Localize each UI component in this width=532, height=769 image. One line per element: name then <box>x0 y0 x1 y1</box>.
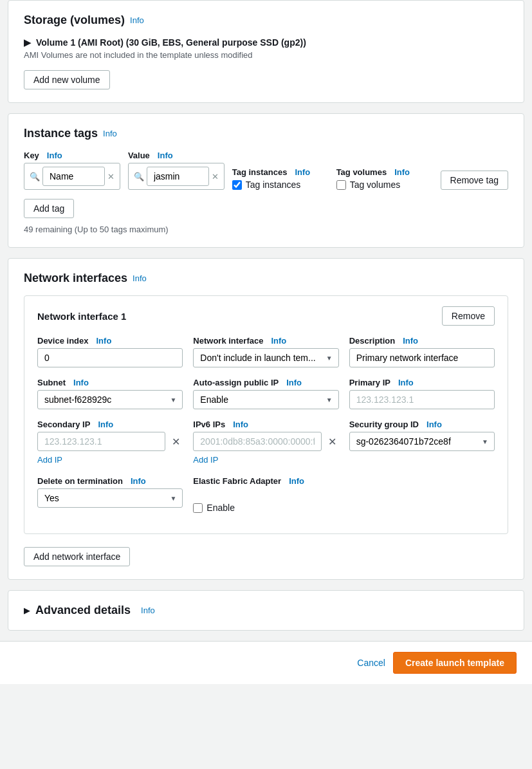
advanced-details-title: Advanced details <box>35 604 131 617</box>
volume-label: Volume 1 (AMI Root) (30 GiB, EBS, Genera… <box>36 37 306 48</box>
ipv6-ips-input-row: ✕ <box>193 432 338 451</box>
storage-section: Storage (volumes) Info ▶ Volume 1 (AMI R… <box>8 0 524 103</box>
advanced-details-row[interactable]: ▶ Advanced details Info <box>24 604 508 617</box>
cancel-button[interactable]: Cancel <box>357 658 385 668</box>
network-interface-select[interactable]: Don't include in launch tem... <box>193 348 338 367</box>
elastic-fabric-adapter-checkbox[interactable] <box>193 503 203 513</box>
volumes-checkbox[interactable] <box>336 180 346 190</box>
add-tag-button[interactable]: Add tag <box>24 199 74 218</box>
create-launch-template-button[interactable]: Create launch template <box>393 652 517 674</box>
delete-on-termination-select[interactable]: Yes <box>37 488 183 508</box>
storage-title: Storage (volumes) <box>24 14 125 27</box>
storage-info-link[interactable]: Info <box>130 15 144 25</box>
value-input-wrapper: 🔍 ✕ <box>128 163 225 190</box>
tag-volumes-info-link[interactable]: Info <box>394 167 410 177</box>
value-input[interactable] <box>147 167 209 186</box>
secondary-ip-input-row: ✕ <box>37 432 183 451</box>
volume-subtitle: AMI Volumes are not included in the temp… <box>24 50 508 60</box>
security-group-id-select-wrapper: sg-0262364071b72ce8f <box>349 432 495 451</box>
add-network-interface-button[interactable]: Add network interface <box>24 547 130 566</box>
auto-assign-ip-label: Auto-assign public IP <box>193 378 279 387</box>
delete-on-termination-info-link[interactable]: Info <box>131 476 146 486</box>
elastic-enable-row: Enable <box>193 503 495 513</box>
auto-assign-ip-info-link[interactable]: Info <box>286 378 302 387</box>
ipv6-ips-info-link[interactable]: Info <box>233 420 248 429</box>
device-index-label: Device index <box>37 336 89 346</box>
subnet-field: Subnet Info subnet-f628929c <box>37 378 183 409</box>
secondary-ip-label: Secondary IP <box>37 420 90 429</box>
description-info-link[interactable]: Info <box>403 336 418 346</box>
auto-assign-ip-select[interactable]: Enable <box>193 390 338 409</box>
instance-tags-title: Instance tags <box>24 127 98 140</box>
value-clear-icon[interactable]: ✕ <box>212 172 219 181</box>
network-interface-info-link[interactable]: Info <box>271 336 286 346</box>
network-interface-field: Network interface Info Don't include in … <box>193 336 338 367</box>
key-input[interactable] <box>42 167 105 186</box>
tag-volumes-field: Tag volumes Info Tag volumes <box>336 167 433 190</box>
security-group-id-label: Security group ID <box>349 420 419 429</box>
network-row-3: Secondary IP Info ✕ Add IP IPv6 IPs Info… <box>37 420 495 466</box>
primary-ip-info-link[interactable]: Info <box>398 378 414 387</box>
description-label: Description <box>349 336 396 346</box>
footer: Cancel Create launch template <box>0 641 532 684</box>
key-label: Key <box>24 151 39 160</box>
remaining-text: 49 remaining (Up to 50 tags maximum) <box>24 225 508 234</box>
subnet-label: Subnet <box>37 378 66 387</box>
network-row-1: Device index Info Network interface Info… <box>37 336 495 367</box>
advanced-details-expand-icon: ▶ <box>24 606 30 615</box>
key-info-link[interactable]: Info <box>47 151 62 160</box>
network-interfaces-section: Network interfaces Info Network interfac… <box>8 258 524 580</box>
device-index-info-link[interactable]: Info <box>96 336 112 346</box>
add-secondary-ip-button[interactable]: Add IP <box>37 454 62 466</box>
tags-grid: Key Info 🔍 ✕ Value Info 🔍 ✕ Tag instan <box>24 151 508 190</box>
advanced-details-info-link[interactable]: Info <box>141 606 155 615</box>
subnet-select-wrapper: subnet-f628929c <box>37 390 183 409</box>
tag-instances-field: Tag instances Info Tag instances <box>232 167 329 190</box>
auto-assign-ip-select-wrapper: Enable <box>193 390 338 409</box>
volume-expand-icon[interactable]: ▶ <box>24 37 31 48</box>
primary-ip-input[interactable] <box>349 390 495 409</box>
key-input-wrapper: 🔍 ✕ <box>24 163 120 190</box>
tag-instances-checkbox-row: Tag instances <box>232 180 329 190</box>
ipv6-ips-clear-button[interactable]: ✕ <box>326 434 339 449</box>
network-interfaces-info-link[interactable]: Info <box>133 273 147 283</box>
key-clear-icon[interactable]: ✕ <box>107 172 115 181</box>
subnet-select[interactable]: subnet-f628929c <box>37 390 183 409</box>
secondary-ip-input[interactable] <box>37 432 165 451</box>
security-group-id-select[interactable]: sg-0262364071b72ce8f <box>349 432 495 451</box>
add-new-volume-button[interactable]: Add new volume <box>24 70 110 89</box>
instances-checkbox-item: Tag instances <box>232 180 329 190</box>
network-row-2: Subnet Info subnet-f628929c Auto-assign … <box>37 378 495 409</box>
primary-ip-label: Primary IP <box>349 378 390 387</box>
network-row-4: Delete on termination Info Yes Elastic F… <box>37 476 495 513</box>
secondary-ip-clear-button[interactable]: ✕ <box>169 434 183 449</box>
elastic-fabric-adapter-enable-label: Enable <box>206 503 235 513</box>
device-index-input[interactable] <box>37 348 183 367</box>
secondary-ip-info-link[interactable]: Info <box>98 420 113 429</box>
value-field: Value Info 🔍 ✕ <box>128 151 225 190</box>
subnet-info-link[interactable]: Info <box>73 378 89 387</box>
instance-tags-info-link[interactable]: Info <box>103 129 117 138</box>
primary-ip-field: Primary IP Info <box>349 378 495 409</box>
value-label: Value <box>128 151 150 160</box>
network-card-title: Network interface 1 <box>37 311 126 322</box>
elastic-fabric-adapter-info-link[interactable]: Info <box>289 476 304 486</box>
remove-network-interface-button[interactable]: Remove <box>442 306 495 326</box>
instance-tags-section: Instance tags Info Key Info 🔍 ✕ Value In… <box>8 113 524 248</box>
description-input[interactable] <box>349 348 495 367</box>
auto-assign-ip-field: Auto-assign public IP Info Enable <box>193 378 338 409</box>
network-interfaces-title: Network interfaces <box>24 272 127 285</box>
key-field: Key Info 🔍 ✕ <box>24 151 120 190</box>
security-group-id-info-link[interactable]: Info <box>427 420 442 429</box>
instances-checkbox[interactable] <box>232 180 242 190</box>
remove-tag-button[interactable]: Remove tag <box>441 171 508 190</box>
network-interface-label: Network interface <box>193 336 263 346</box>
tag-instances-info-link[interactable]: Info <box>295 167 310 177</box>
key-search-icon: 🔍 <box>30 172 40 181</box>
value-info-link[interactable]: Info <box>158 151 173 160</box>
secondary-ip-field: Secondary IP Info ✕ Add IP <box>37 420 183 466</box>
device-index-field: Device index Info <box>37 336 183 367</box>
add-ipv6-ip-button[interactable]: Add IP <box>193 454 218 466</box>
ipv6-ips-input[interactable] <box>193 432 321 451</box>
delete-on-termination-field: Delete on termination Info Yes <box>37 476 183 508</box>
